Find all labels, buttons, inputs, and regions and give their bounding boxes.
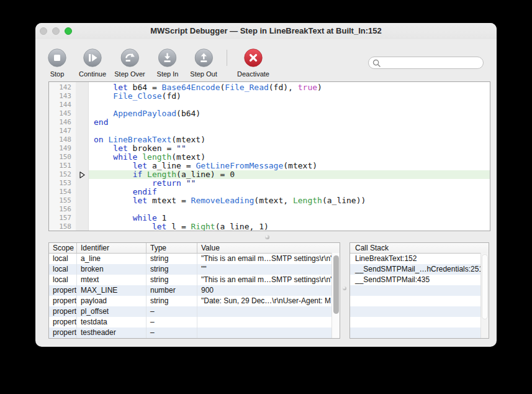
line-number[interactable]: 148: [49, 135, 76, 144]
breakpoint-slot[interactable]: [76, 118, 89, 127]
breakpoint-slot[interactable]: [76, 109, 89, 118]
breakpoint-slot[interactable]: [76, 179, 89, 188]
line-number[interactable]: 153: [49, 179, 76, 188]
call-stack-empty-row: [350, 317, 489, 328]
column-header-type[interactable]: Type: [147, 243, 197, 253]
vertical-splitter-handle[interactable]: [343, 286, 346, 290]
code-text: [89, 205, 490, 214]
cell-scope: local: [49, 264, 77, 275]
breakpoint-slot[interactable]: [76, 153, 89, 162]
call-stack-frame[interactable]: LineBreakText:152: [350, 254, 489, 264]
column-header-scope[interactable]: Scope: [49, 243, 77, 253]
variables-panel: Scope Identifier Type Value locala_lines…: [48, 242, 340, 339]
call-stack-scrollbar[interactable]: [480, 253, 489, 338]
variables-header: Scope Identifier Type Value: [49, 243, 340, 254]
breakpoint-slot[interactable]: [76, 92, 89, 101]
cell-value: [197, 306, 340, 317]
code-line: 148on LineBreakText(mtext): [49, 135, 490, 144]
column-header-call-stack[interactable]: Call Stack: [350, 243, 489, 253]
variable-row[interactable]: propertyMAX_LINEnumber900: [49, 285, 340, 296]
continue-button[interactable]: Continue: [79, 48, 106, 78]
deactivate-button[interactable]: Deactivate: [237, 48, 269, 78]
line-number[interactable]: 152: [49, 170, 76, 179]
step-over-button[interactable]: Step Over: [114, 48, 145, 78]
breakpoint-slot[interactable]: [76, 205, 89, 214]
variable-row[interactable]: propertypayloadstring"Date: Sun, 29 Dec……: [49, 296, 340, 306]
search-field[interactable]: [368, 57, 484, 69]
frame-label: LineBreakText:152: [350, 254, 489, 264]
cell-value: "Date: Sun, 29 Dec…\r\nUser-Agent: M: [197, 296, 340, 306]
line-number[interactable]: 150: [49, 153, 76, 162]
frame-label: [350, 296, 489, 306]
cell-ident: MAX_LINE: [77, 285, 147, 296]
cell-type: string: [147, 264, 197, 275]
continue-label: Continue: [79, 70, 106, 78]
line-number[interactable]: 145: [49, 109, 76, 118]
breakpoint-slot[interactable]: [76, 101, 89, 109]
line-number[interactable]: 143: [49, 92, 76, 101]
code-line: 150 while length(mtext): [49, 153, 490, 162]
variables-body: locala_linestring"This is an email m…SMT…: [49, 254, 340, 338]
variable-row[interactable]: propertypl_offset–: [49, 306, 340, 317]
stop-button[interactable]: Stop: [48, 48, 66, 78]
line-number[interactable]: 158: [49, 222, 76, 231]
step-out-label: Step Out: [190, 70, 217, 78]
cell-scope: property: [49, 328, 77, 338]
line-number[interactable]: 144: [49, 101, 76, 109]
execution-pointer-icon[interactable]: [76, 170, 89, 179]
code-text: AppendPayload(b64): [89, 109, 490, 118]
code-text: let a_line = GetLineFromMessage(mtext): [89, 162, 490, 170]
frame-label: [350, 285, 489, 296]
title-bar[interactable]: MWScript Debugger — Step in LineBreakTex…: [35, 23, 497, 39]
breakpoint-slot[interactable]: [76, 222, 89, 231]
call-stack-frame[interactable]: __SendSMTPMail_…hCredentials:251: [350, 264, 489, 275]
line-number[interactable]: 151: [49, 162, 76, 170]
cell-type: number: [147, 285, 197, 296]
line-number[interactable]: 156: [49, 205, 76, 214]
step-in-label: Step In: [157, 70, 179, 78]
variables-scrollbar[interactable]: [331, 253, 340, 338]
cell-scope: local: [49, 275, 77, 285]
breakpoint-slot[interactable]: [76, 83, 89, 92]
cell-ident: mtext: [77, 275, 147, 285]
code-text: let b64 = Base64Encode(File_Read(fd), tr…: [89, 83, 490, 92]
step-in-button[interactable]: Step In: [157, 48, 179, 78]
call-stack-frame[interactable]: __SendSMTPMail:435: [350, 275, 489, 285]
line-number[interactable]: 147: [49, 127, 76, 135]
breakpoint-slot[interactable]: [76, 144, 89, 153]
breakpoint-slot[interactable]: [76, 127, 89, 135]
cell-ident: testheader: [77, 328, 147, 338]
code-editor[interactable]: 142 let b64 = Base64Encode(File_Read(fd)…: [48, 81, 490, 231]
call-stack-scrollbar-thumb[interactable]: [482, 254, 488, 319]
search-input[interactable]: [381, 58, 483, 68]
line-number[interactable]: 157: [49, 214, 76, 222]
line-number[interactable]: 154: [49, 188, 76, 196]
line-number[interactable]: 149: [49, 144, 76, 153]
variables-scrollbar-thumb[interactable]: [333, 255, 339, 314]
code-line: 142 let b64 = Base64Encode(File_Read(fd)…: [49, 83, 490, 92]
line-number[interactable]: 142: [49, 83, 76, 92]
call-stack-panel: Call Stack LineBreakText:152__SendSMTPMa…: [349, 242, 489, 339]
cell-ident: broken: [77, 264, 147, 275]
breakpoint-slot[interactable]: [76, 135, 89, 144]
cell-value: [197, 317, 340, 328]
cell-type: –: [147, 306, 197, 317]
horizontal-splitter-handle[interactable]: [265, 235, 269, 239]
column-header-identifier[interactable]: Identifier: [77, 243, 147, 253]
variable-row[interactable]: localmtextstring"This is an email m…SMTP…: [49, 275, 340, 285]
breakpoint-slot[interactable]: [76, 214, 89, 222]
line-number[interactable]: 155: [49, 196, 76, 205]
line-number[interactable]: 146: [49, 118, 76, 127]
frame-label: [350, 328, 489, 338]
code-text: while length(mtext): [89, 153, 490, 162]
cell-value: 900: [197, 285, 340, 296]
variable-row[interactable]: locala_linestring"This is an email m…SMT…: [49, 254, 340, 264]
breakpoint-slot[interactable]: [76, 188, 89, 196]
variable-row[interactable]: propertytestheader–: [49, 328, 340, 338]
breakpoint-slot[interactable]: [76, 196, 89, 205]
variable-row[interactable]: localbrokenstring"": [49, 264, 340, 275]
step-out-button[interactable]: Step Out: [190, 48, 217, 78]
breakpoint-slot[interactable]: [76, 162, 89, 170]
column-header-value[interactable]: Value: [197, 243, 340, 253]
variable-row[interactable]: propertytestdata–: [49, 317, 340, 328]
